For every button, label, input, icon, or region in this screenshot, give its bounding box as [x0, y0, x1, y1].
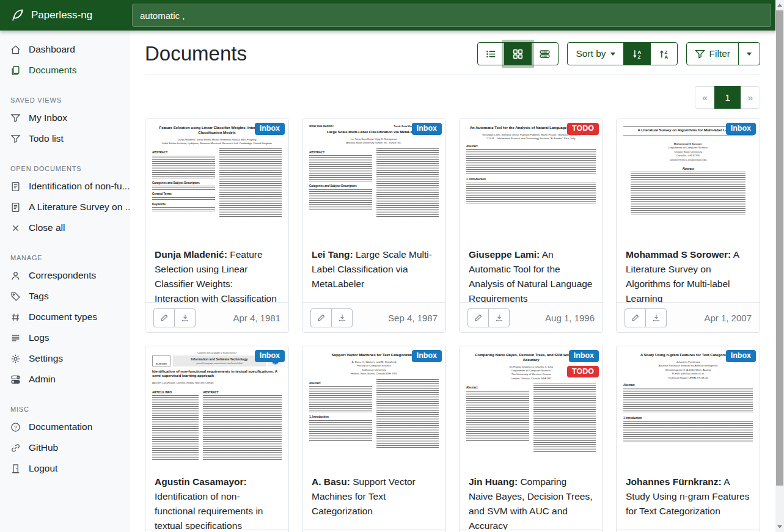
link-icon: [10, 443, 21, 453]
document-card-body: Johannes Fürnkranz: A Study Using n-gram…: [617, 466, 760, 530]
pagination-next-button[interactable]: »: [741, 86, 760, 109]
view-details-button[interactable]: [531, 42, 559, 65]
sidebar-item-identification-of-non-fu[interactable]: Identification of non-fu...: [0, 176, 130, 197]
tag-badges: Inbox: [412, 123, 442, 135]
document-card-footer: Nov 1, 2016: [302, 530, 445, 532]
document-card-body: Dunja Mladenić: Feature Selection using …: [145, 239, 288, 302]
tag-badge-inbox[interactable]: Inbox: [412, 123, 442, 135]
document-date: Apr 1, 2007: [704, 313, 752, 323]
tag-badge-todo[interactable]: TODO: [567, 123, 599, 135]
document-card-footer: Nov 23, 2020: [460, 530, 603, 532]
document-thumbnail[interactable]: Support Vector Machines for Text Categor…: [302, 346, 445, 466]
document-title-link[interactable]: Agustin Casamayor: Identification of non…: [155, 475, 279, 530]
pagination-prev-button[interactable]: «: [695, 86, 714, 109]
document-thumbnail[interactable]: An Automatic Tool for the Analysis of Na…: [460, 119, 603, 239]
view-list-button[interactable]: [477, 42, 505, 65]
sidebar-item-my-inbox[interactable]: My Inbox: [0, 107, 130, 128]
scrollbar-thumb[interactable]: [776, 10, 783, 486]
document-thumbnail[interactable]: Comparing Naive Bayes, Decision Trees, a…: [460, 346, 603, 466]
sort-down-az-icon: AZ: [632, 49, 642, 59]
download-button[interactable]: [488, 308, 510, 327]
sidebar-item-label: Identification of non-fu...: [29, 181, 130, 192]
document-thumbnail[interactable]: Contents lists available at ScienceDirec…: [145, 346, 288, 466]
x-icon: [10, 223, 21, 233]
document-card-body: Mohammad S Sorower: A Literature Survey …: [617, 239, 760, 302]
document-thumbnail[interactable]: A Literature Survey on Algorithms for Mu…: [617, 119, 760, 239]
tag-badge-inbox[interactable]: Inbox: [255, 123, 285, 135]
svg-text:Z: Z: [637, 54, 640, 59]
download-button[interactable]: [645, 308, 667, 327]
document-title-link[interactable]: Johannes Fürnkranz: A Study Using n-gram…: [626, 475, 750, 519]
main-content: Documents: [130, 31, 775, 532]
sidebar-item-label: Documentation: [29, 421, 92, 432]
pagination-page-1[interactable]: 1: [714, 86, 741, 109]
app-brand[interactable]: Paperless-ng: [0, 8, 130, 23]
tag-badge-inbox[interactable]: Inbox: [412, 350, 442, 362]
document-title-link[interactable]: Dunja Mladenić: Feature Selection using …: [155, 247, 279, 302]
sidebar-item-logout[interactable]: Logout: [0, 458, 130, 479]
tag-badge-todo[interactable]: TODO: [567, 366, 599, 378]
correspondent-name: Giuseppe Lami:: [469, 249, 540, 260]
edit-button[interactable]: [153, 308, 175, 327]
download-button[interactable]: [331, 308, 353, 327]
download-button[interactable]: [174, 308, 196, 327]
document-title-link[interactable]: Lei Tang: Large Scale Multi-Label Classi…: [312, 247, 436, 291]
scroll-up-arrow-icon[interactable]: [775, 0, 784, 10]
document-title-link[interactable]: Giuseppe Lami: An Automatic Tool for the…: [469, 247, 593, 302]
filter-button[interactable]: Filter: [686, 42, 739, 65]
file-text-icon: [10, 202, 21, 213]
sidebar-item-tags[interactable]: Tags: [0, 286, 130, 307]
pencil-icon: [317, 313, 326, 322]
document-thumbnail[interactable]: WWW 2009 MADRID!Track: Data Mining / Ses…: [302, 119, 445, 239]
sidebar-item-documentation[interactable]: ?Documentation: [0, 417, 130, 437]
document-title-link[interactable]: Jin Huang: Comparing Naive Bayes, Decisi…: [469, 475, 593, 530]
correspondent-name: Johannes Fürnkranz:: [626, 476, 722, 487]
sidebar-item-github[interactable]: GitHub: [0, 437, 130, 458]
sidebar-item-settings[interactable]: Settings: [0, 348, 130, 369]
search-input[interactable]: [132, 4, 771, 27]
scroll-down-arrow-icon[interactable]: [775, 522, 784, 532]
sidebar-item-logs[interactable]: Logs: [0, 327, 130, 348]
edit-button[interactable]: [310, 308, 332, 327]
document-card-footer: Sep 4, 1987: [302, 302, 445, 332]
sort-ascending-button[interactable]: AZ: [623, 42, 651, 65]
sort-by-button[interactable]: Sort by: [567, 42, 623, 65]
document-title-link[interactable]: Mohammad S Sorower: A Literature Survey …: [626, 247, 750, 302]
tag-badges: TODO: [567, 123, 599, 135]
question-circle-icon: ?: [10, 422, 21, 432]
pencil-icon: [474, 313, 483, 322]
document-card-body: A. Basu: Support Vector Machines for Tex…: [302, 466, 445, 530]
document-date: Aug 1, 1996: [545, 313, 595, 323]
document-thumbnail[interactable]: A Study Using n-gram Features for Text C…: [617, 346, 760, 466]
sidebar-item-admin[interactable]: Admin: [0, 369, 130, 390]
sidebar-item-a-literature-survey-on[interactable]: A Literature Survey on ...: [0, 197, 130, 217]
edit-button[interactable]: [467, 308, 489, 327]
document-card-footer: Nov 23, 2020: [617, 530, 760, 532]
vertical-scrollbar[interactable]: [775, 0, 784, 532]
tag-badge-inbox[interactable]: Inbox: [726, 123, 756, 135]
sidebar-item-correspondents[interactable]: Correspondents: [0, 265, 130, 286]
sidebar-item-todo-list[interactable]: Todo list: [0, 128, 130, 149]
tag-badge-inbox[interactable]: Inbox: [255, 350, 285, 362]
edit-button[interactable]: [625, 308, 646, 327]
page-title: Documents: [145, 42, 247, 65]
sort-descending-button[interactable]: ZA: [650, 42, 678, 65]
tag-badge-inbox[interactable]: Inbox: [726, 350, 756, 362]
document-title: Identification of non-functional require…: [155, 491, 263, 530]
document-card: A Study Using n-gram Features for Text C…: [616, 346, 760, 532]
sidebar-item-close-all[interactable]: Close all: [0, 217, 130, 238]
document-card-body: Lei Tang: Large Scale Multi-Label Classi…: [302, 239, 445, 302]
tag-badges: Inbox: [726, 123, 756, 135]
sidebar-item-documents[interactable]: Documents: [0, 60, 130, 81]
tag-badge-inbox[interactable]: Inbox: [569, 350, 599, 362]
correspondent-name: Lei Tang:: [312, 249, 353, 260]
document-title-link[interactable]: A. Basu: Support Vector Machines for Tex…: [312, 475, 436, 519]
filter-dropdown-button[interactable]: [738, 42, 760, 65]
sidebar-item-label: My Inbox: [29, 112, 67, 123]
view-grid-button[interactable]: [504, 42, 532, 65]
document-card: Support Vector Machines for Text Categor…: [302, 346, 446, 532]
sidebar-item-document-types[interactable]: Document types: [0, 307, 130, 327]
sidebar-item-dashboard[interactable]: Dashboard: [0, 39, 130, 60]
document-card: Contents lists available at ScienceDirec…: [145, 346, 289, 532]
document-thumbnail[interactable]: Feature Selection using Linear Classifie…: [145, 119, 288, 239]
